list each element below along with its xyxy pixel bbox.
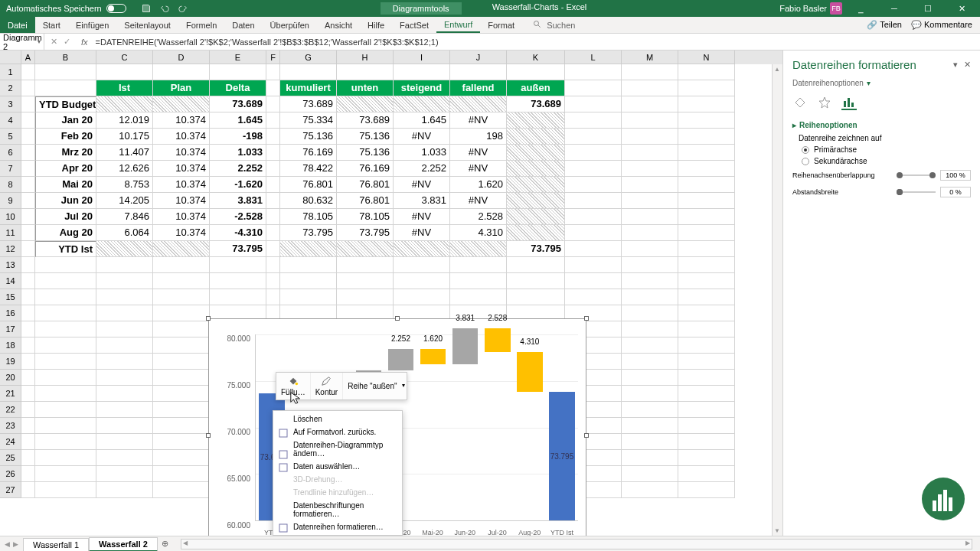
cell[interactable]: 4.310: [450, 225, 507, 241]
cell[interactable]: [21, 80, 35, 96]
cell[interactable]: [678, 450, 735, 466]
cell[interactable]: [450, 273, 507, 289]
cell[interactable]: 2.252: [210, 161, 266, 177]
cell[interactable]: [280, 273, 337, 289]
cell[interactable]: #NV: [394, 225, 450, 241]
cell[interactable]: [35, 305, 96, 321]
name-box[interactable]: Diagramm 2: [0, 33, 44, 51]
cell[interactable]: [210, 273, 266, 289]
cell[interactable]: [678, 145, 735, 161]
cell[interactable]: [210, 289, 266, 305]
cell[interactable]: 10.374: [153, 112, 210, 129]
row-header[interactable]: 19: [0, 354, 21, 370]
cell[interactable]: 75.334: [280, 112, 337, 129]
cell[interactable]: [280, 64, 337, 80]
series-options-tab-icon[interactable]: [841, 95, 857, 110]
cell[interactable]: 76.169: [337, 161, 394, 177]
cell[interactable]: [266, 129, 280, 145]
cell[interactable]: [21, 112, 35, 129]
cell[interactable]: [96, 321, 153, 337]
row-header[interactable]: 3: [0, 96, 21, 112]
context-menu-item[interactable]: Datenreihen formatieren…: [273, 520, 402, 533]
cell[interactable]: [266, 80, 280, 96]
cell[interactable]: [35, 482, 96, 498]
cell[interactable]: #NV: [450, 145, 507, 161]
cell[interactable]: [450, 96, 507, 112]
cell[interactable]: [678, 112, 735, 129]
cell[interactable]: [96, 64, 153, 80]
cell[interactable]: [337, 96, 394, 112]
cell[interactable]: [565, 96, 622, 112]
cell[interactable]: [280, 257, 337, 273]
cell[interactable]: 1.033: [394, 145, 450, 161]
cell[interactable]: [565, 80, 622, 96]
cell[interactable]: [21, 289, 35, 305]
tab-formeln[interactable]: Formeln: [178, 17, 224, 33]
cell[interactable]: [35, 418, 96, 434]
cell[interactable]: 76.801: [280, 177, 337, 193]
cell[interactable]: [21, 402, 35, 418]
row-header[interactable]: 25: [0, 450, 21, 466]
cell[interactable]: [450, 257, 507, 273]
row-header[interactable]: 27: [0, 482, 21, 498]
col-header-F[interactable]: F: [266, 51, 280, 64]
cell[interactable]: [678, 305, 735, 321]
cell[interactable]: 1.645: [394, 112, 450, 129]
cell[interactable]: 73.689: [280, 96, 337, 112]
cell[interactable]: [394, 96, 450, 112]
cell[interactable]: [35, 402, 96, 418]
cell[interactable]: [153, 386, 210, 402]
cell[interactable]: [153, 370, 210, 386]
cell[interactable]: [622, 402, 678, 418]
cell[interactable]: [35, 354, 96, 370]
cell[interactable]: [678, 64, 735, 80]
cell[interactable]: [622, 321, 678, 337]
cell[interactable]: [96, 450, 153, 466]
cell[interactable]: [678, 466, 735, 482]
tab-seitenlayout[interactable]: Seitenlayout: [116, 17, 178, 33]
cell[interactable]: [96, 96, 153, 112]
cell[interactable]: 10.374: [153, 193, 210, 209]
cell[interactable]: [96, 354, 153, 370]
cell[interactable]: Feb 20: [35, 129, 96, 145]
cell[interactable]: [622, 257, 678, 273]
cell[interactable]: [622, 209, 678, 225]
cell[interactable]: [394, 64, 450, 80]
cell[interactable]: [35, 64, 96, 80]
cell[interactable]: fallend: [450, 80, 507, 96]
col-header-A[interactable]: A: [21, 51, 35, 64]
cell[interactable]: [622, 96, 678, 112]
tab-datei[interactable]: Datei: [0, 17, 35, 33]
cell[interactable]: [507, 161, 565, 177]
cell[interactable]: [35, 434, 96, 450]
cell[interactable]: [21, 145, 35, 161]
cell[interactable]: [266, 145, 280, 161]
cell[interactable]: [153, 241, 210, 257]
cell[interactable]: 1.645: [210, 112, 266, 129]
fill-color-button[interactable]: Füllu…: [276, 373, 311, 399]
cell[interactable]: 76.801: [337, 177, 394, 193]
cell[interactable]: 78.105: [280, 209, 337, 225]
cell[interactable]: 1.620: [450, 177, 507, 193]
cell[interactable]: [337, 289, 394, 305]
cell[interactable]: [21, 354, 35, 370]
cell[interactable]: [622, 241, 678, 257]
cell[interactable]: [21, 129, 35, 145]
cell[interactable]: [21, 193, 35, 209]
cell[interactable]: 78.105: [337, 209, 394, 225]
cell[interactable]: [35, 257, 96, 273]
cell[interactable]: [565, 129, 622, 145]
redo-icon[interactable]: [178, 4, 188, 13]
cell[interactable]: [678, 257, 735, 273]
cell[interactable]: [622, 482, 678, 498]
row-header[interactable]: 17: [0, 321, 21, 337]
cell[interactable]: [21, 466, 35, 482]
cell[interactable]: Mai 20: [35, 177, 96, 193]
tab-start[interactable]: Start: [35, 17, 68, 33]
cell[interactable]: [678, 386, 735, 402]
col-header-C[interactable]: C: [96, 51, 153, 64]
cell[interactable]: [35, 273, 96, 289]
cell[interactable]: außen: [507, 80, 565, 96]
cell[interactable]: 2.252: [394, 161, 450, 177]
context-menu-item[interactable]: Auf Formatvorl. zurücks.: [273, 425, 402, 439]
